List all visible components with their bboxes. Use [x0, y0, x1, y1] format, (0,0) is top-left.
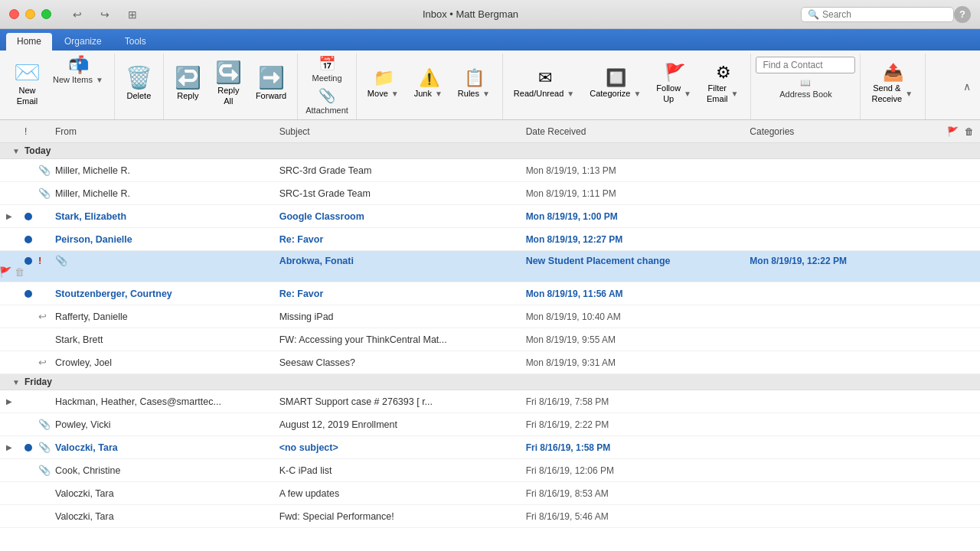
table-row[interactable]: Peirson, Danielle Re: Favor Mon 8/19/19,…	[0, 228, 980, 251]
table-row[interactable]: ▶ 📎 Valoczki, Tara <no subject> Fri 8/16…	[0, 436, 980, 459]
replied-indicator: ↩	[38, 357, 55, 368]
header-delete-icon: 🗑	[965, 126, 974, 137]
minimize-button[interactable]	[25, 9, 35, 19]
expand-col[interactable]: ▶	[6, 443, 24, 452]
tab-home[interactable]: Home	[6, 33, 52, 51]
date-cell: Fri 8/16/19, 2:22 PM	[526, 419, 750, 430]
list-header: ! From Subject Date Received Categories …	[0, 120, 980, 143]
categorize-button[interactable]: 🔲 Categorize ▼	[583, 54, 648, 116]
new-items-button[interactable]: 📬 New Items ▼	[48, 54, 109, 116]
table-row[interactable]: 📎 Cook, Christine K-C iPad list Fri 8/16…	[0, 459, 980, 482]
table-row[interactable]: Valoczki, Tara A few updates Fri 8/16/19…	[0, 482, 980, 505]
today-chevron-icon: ▼	[12, 147, 20, 155]
forward-label: Forward	[256, 91, 286, 101]
table-row[interactable]: 📎 Miller, Michelle R. SRC-3rd Grade Team…	[0, 159, 980, 182]
new-items-chevron[interactable]: ▼	[94, 76, 105, 84]
tab-organize[interactable]: Organize	[54, 33, 113, 51]
ribbon-group-meeting: 📅 Meeting 📎 Attachment	[298, 54, 357, 119]
subject-cell: New Student Placement change	[526, 256, 750, 266]
rules-button[interactable]: 📋 Rules ▼	[452, 54, 498, 116]
move-chevron[interactable]: ▼	[390, 90, 400, 98]
attachment-indicator: 📎	[38, 187, 55, 199]
send-receive-button[interactable]: 📤 Send & Receive ▼	[865, 54, 920, 116]
date-cell: Fri 8/16/19, 8:53 AM	[526, 488, 750, 499]
table-row[interactable]: 📎 Powley, Vicki August 12, 2019 Enrollme…	[0, 413, 980, 436]
follow-up-chevron[interactable]: ▼	[682, 90, 693, 98]
reply-button[interactable]: ↩️ Reply	[168, 54, 207, 116]
new-email-button[interactable]: ✉️ New Email	[8, 54, 47, 116]
attachment-label: Attachment	[305, 106, 348, 115]
maximize-button[interactable]	[41, 9, 51, 19]
address-book-button[interactable]: 📖 Address Book	[756, 77, 855, 100]
search-bar[interactable]: 🔍	[801, 7, 954, 22]
subject-cell: FW: Accessing your ThinkCentral Mat...	[279, 334, 526, 345]
expand-col[interactable]: ▶	[6, 397, 24, 406]
header-subject[interactable]: Subject	[279, 126, 526, 137]
back-button[interactable]: ↩	[70, 7, 85, 22]
subject-cell: A few updates	[279, 488, 526, 499]
date-cell: Mon 8/19/19, 1:00 PM	[526, 211, 750, 222]
section-friday[interactable]: ▼ Friday	[0, 374, 980, 390]
tab-tools[interactable]: Tools	[114, 33, 157, 51]
table-row[interactable]: ▶ Stark, Elizabeth Google Classroom Mon …	[0, 205, 980, 228]
categorize-icon: 🔲	[606, 70, 626, 86]
ribbon-toolbar: ✉️ New Email 📬 New Items ▼ 🗑️ Delete ↩️ …	[0, 51, 980, 120]
table-row[interactable]: Valoczki, Tara Fwd: Special Performance!…	[0, 505, 980, 528]
meeting-button[interactable]: 📅 Meeting	[302, 54, 351, 84]
table-row[interactable]: Stark, Brett FW: Accessing your ThinkCen…	[0, 328, 980, 351]
delete-icon: 🗑️	[126, 67, 152, 89]
close-button[interactable]	[9, 9, 19, 19]
junk-label: Junk	[414, 89, 432, 99]
search-input[interactable]	[822, 9, 947, 20]
table-row[interactable]: ↩ Rafferty, Danielle Missing iPad Mon 8/…	[0, 305, 980, 328]
rules-chevron[interactable]: ▼	[481, 90, 492, 98]
delete-button[interactable]: 🗑️ Delete	[119, 54, 158, 116]
table-row[interactable]: ▶ Hackman, Heather, Cases@smarttec... SM…	[0, 390, 980, 413]
attachment-indicator: 📎	[38, 442, 55, 453]
header-from[interactable]: From	[55, 126, 279, 137]
table-row[interactable]: Stoutzenberger, Courtney Re: Favor Mon 8…	[0, 282, 980, 305]
follow-up-label: Follow Up	[656, 83, 681, 103]
read-unread-chevron[interactable]: ▼	[565, 90, 576, 98]
importance-col: !	[38, 255, 55, 266]
delete-action[interactable]: 🗑	[15, 266, 24, 278]
junk-button[interactable]: ⚠️ Junk ▼	[408, 54, 450, 116]
table-row[interactable]: 📎 Miller, Michelle R. SRC-1st Grade Team…	[0, 182, 980, 205]
switch-view-button[interactable]: ⊞	[125, 7, 140, 22]
categorize-chevron[interactable]: ▼	[632, 90, 642, 98]
flag-action[interactable]: 🚩	[0, 266, 11, 278]
table-row[interactable]: ! 📎 Abrokwa, Fonati New Student Placemen…	[0, 251, 980, 282]
sender-cell: Powley, Vicki	[55, 419, 279, 430]
window-controls: ↩ ↪ ⊞	[70, 7, 140, 22]
ribbon-group-delete: 🗑️ Delete	[115, 54, 164, 119]
rules-label: Rules	[458, 89, 479, 99]
date-cell: Mon 8/19/19, 9:31 AM	[526, 357, 750, 368]
help-button[interactable]: ?	[954, 6, 971, 23]
ribbon-group-send-receive: 📤 Send & Receive ▼	[861, 54, 926, 119]
expand-col[interactable]: ▶	[6, 212, 24, 220]
move-button[interactable]: 📁 Move ▼	[361, 54, 407, 116]
reply-all-button[interactable]: ↪️ Reply All	[209, 54, 248, 116]
ribbon-group-new: ✉️ New Email 📬 New Items ▼	[3, 54, 115, 119]
forward-button[interactable]: ➡️ Forward	[250, 54, 292, 116]
follow-up-button[interactable]: 🚩 Follow Up ▼	[650, 54, 699, 116]
section-today[interactable]: ▼ Today	[0, 143, 980, 159]
filter-email-button[interactable]: ⚙ Filter Email ▼	[701, 54, 746, 116]
email-list[interactable]: ▼ Today 📎 Miller, Michelle R. SRC-3rd Gr…	[0, 143, 980, 551]
read-unread-button[interactable]: ✉ Read/Unread ▼	[508, 54, 582, 116]
attachment-indicator: 📎	[55, 255, 279, 266]
sender-cell: Crowley, Joel	[55, 357, 279, 368]
sender-cell: Stoutzenberger, Courtney	[55, 289, 279, 299]
send-receive-chevron[interactable]: ▼	[903, 90, 914, 98]
find-contact-input[interactable]	[756, 57, 855, 73]
attachment-icon: 📎	[318, 87, 335, 104]
subject-cell: SRC-3rd Grade Team	[279, 165, 526, 176]
attachment-button[interactable]: 📎 Attachment	[302, 86, 351, 116]
unread-dot	[24, 236, 32, 243]
header-date[interactable]: Date Received	[526, 126, 750, 137]
ribbon-collapse-btn[interactable]: ∧	[963, 54, 977, 119]
junk-chevron[interactable]: ▼	[433, 90, 444, 98]
table-row[interactable]: ↩ Crowley, Joel Seesaw Classes? Mon 8/19…	[0, 351, 980, 374]
forward-button[interactable]: ↪	[97, 7, 113, 22]
filter-chevron[interactable]: ▼	[730, 90, 740, 98]
